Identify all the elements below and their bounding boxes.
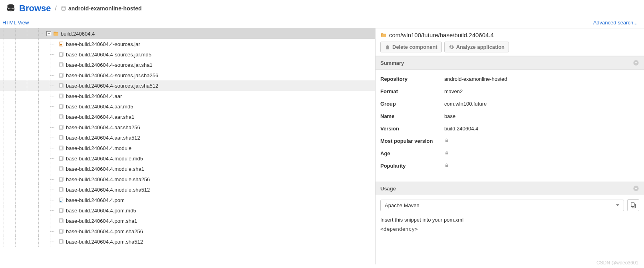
summary-label: Format (380, 88, 444, 94)
svg-rect-55 (60, 219, 63, 222)
tree-file-label: base-build.240604.4-sources.jar.sha1 (66, 62, 153, 68)
summary-row: Age (376, 147, 644, 160)
usage-hint: Insert this snippet into your pom.xml (380, 217, 639, 223)
file-icon (58, 124, 64, 130)
summary-value: maven2 (444, 88, 463, 94)
svg-rect-68 (631, 203, 634, 206)
file-icon (58, 114, 64, 120)
svg-point-48 (60, 201, 61, 202)
chevron-up-icon (633, 60, 639, 66)
tree-file-row[interactable]: base-build.240604.4-sources.jar.sha1 (0, 60, 375, 70)
summary-row: Most popular version (376, 135, 644, 147)
summary-label: Version (380, 126, 444, 132)
tree-file-row[interactable]: base-build.240604.4.module (0, 143, 375, 153)
svg-rect-22 (60, 105, 63, 108)
summary-label: Repository (380, 76, 444, 82)
tree-pane[interactable]: − build.240604.4 base-build.240604.4-sou… (0, 28, 376, 264)
usage-section-header[interactable]: Usage (376, 182, 644, 195)
svg-rect-28 (60, 126, 63, 129)
summary-section-header[interactable]: Summary (376, 56, 644, 70)
file-icon (58, 51, 64, 58)
tree-file-row[interactable]: base-build.240604.4.pom.md5 (0, 205, 375, 216)
tree-file-label: base-build.240604.4.module (66, 145, 131, 151)
html-view-link[interactable]: HTML View (2, 20, 29, 26)
page-title: Browse (19, 3, 51, 14)
svg-point-62 (633, 60, 638, 65)
svg-point-66 (633, 186, 638, 191)
analyze-application-button[interactable]: Analyze application (444, 42, 509, 52)
summary-row: Versionbuild.240604.4 (376, 122, 644, 135)
tree-file-label: base-build.240604.4.aar.sha256 (66, 124, 140, 130)
tree-file-label: base-build.240604.4.pom.sha256 (66, 228, 143, 234)
tree-file-row[interactable]: base-build.240604.4.pom.sha1 (0, 216, 375, 226)
tree-file-row[interactable]: base-build.240604.4-sources.jar.sha256 (0, 70, 375, 80)
delete-component-label: Delete component (392, 44, 437, 50)
advanced-search-link[interactable]: Advanced search... (593, 20, 638, 26)
usage-body: Apache Maven Insert this snippet into yo… (376, 195, 644, 236)
detail-path-header: com/wln100/future/base/build.240604.4 (376, 28, 644, 42)
svg-rect-52 (60, 209, 63, 212)
breadcrumb-repo-label: android-examonline-hosted (68, 5, 142, 12)
tree-file-row[interactable]: base-build.240604.4.aar (0, 91, 375, 101)
detail-pane: com/wln100/future/base/build.240604.4 De… (376, 28, 644, 264)
tree-file-row[interactable]: base-build.240604.4-sources.jar (0, 39, 375, 49)
tree-file-row[interactable]: base-build.240604.4.pom.sha256 (0, 226, 375, 236)
svg-rect-34 (60, 146, 63, 150)
tree-file-label: base-build.240604.4.aar.md5 (66, 104, 133, 110)
breadcrumb-repo[interactable]: android-examonline-hosted (61, 5, 142, 12)
tree-folder-row[interactable]: − build.240604.4 (0, 28, 375, 39)
summary-label: Group (380, 101, 444, 107)
svg-rect-7 (60, 53, 63, 56)
summary-title: Summary (380, 60, 404, 66)
tree-file-row[interactable]: base-build.240604.4.aar.sha512 (0, 132, 375, 143)
summary-value: com.wln100.future (444, 101, 487, 107)
tree-file-row[interactable]: base-build.240604.4-sources.jar.md5 (0, 49, 375, 60)
usage-snippet: <dependency> (380, 226, 639, 232)
tree-file-row[interactable]: base-build.240604.4.pom.sha512 (0, 236, 375, 247)
tree-file-row[interactable]: base-build.240604.4-sources.jar.sha512 (0, 80, 375, 91)
svg-rect-43 (60, 178, 63, 181)
summary-row: Groupcom.wln100.future (376, 98, 644, 110)
chevron-up-icon (633, 185, 639, 192)
tree-file-row[interactable]: base-build.240604.4.aar.sha1 (0, 112, 375, 122)
tree-file-row[interactable]: base-build.240604.4.pom (0, 195, 375, 205)
delete-component-button[interactable]: Delete component (380, 42, 442, 52)
tree-file-row[interactable]: base-build.240604.4.aar.md5 (0, 101, 375, 112)
summary-label: Name (380, 113, 444, 119)
summary-value: base (444, 113, 455, 119)
collapse-icon[interactable]: − (46, 31, 51, 36)
tree-file-row[interactable]: base-build.240604.4.module.sha256 (0, 174, 375, 184)
tree-file-row[interactable]: base-build.240604.4.module.md5 (0, 153, 375, 164)
svg-rect-19 (60, 94, 63, 98)
content: − build.240604.4 base-build.240604.4-sou… (0, 28, 644, 264)
usage-format-value: Apache Maven (385, 202, 419, 208)
tree-file-row[interactable]: base-build.240604.4.module.sha512 (0, 184, 375, 195)
file-icon (58, 41, 64, 47)
file-icon (58, 238, 64, 245)
svg-rect-10 (60, 63, 63, 66)
tree-folder-label: build.240604.4 (61, 31, 95, 37)
file-icon (58, 72, 64, 78)
summary-row: Popularity (376, 160, 644, 172)
svg-rect-64 (445, 153, 448, 155)
copy-snippet-button[interactable] (627, 199, 639, 211)
page-header: Browse / android-examonline-hosted (0, 0, 644, 17)
svg-rect-58 (60, 230, 63, 233)
tree-file-row[interactable]: base-build.240604.4.aar.sha256 (0, 122, 375, 132)
tree-file-label: base-build.240604.4.module.sha256 (66, 176, 150, 182)
svg-point-2 (62, 6, 65, 8)
file-icon (58, 186, 64, 193)
file-icon (58, 103, 64, 110)
tree-file-label: base-build.240604.4.aar (66, 93, 122, 99)
svg-rect-16 (60, 84, 63, 87)
tree-file-label: base-build.240604.4.module.md5 (66, 156, 143, 162)
file-icon (58, 228, 64, 234)
toolbar: HTML View Advanced search... (0, 17, 644, 28)
tree-file-row[interactable]: base-build.240604.4.module.sha1 (0, 164, 375, 174)
folder-open-icon (53, 30, 59, 37)
tree-file-label: base-build.240604.4.module.sha512 (66, 187, 150, 193)
usage-format-select[interactable]: Apache Maven (380, 200, 624, 211)
svg-rect-31 (60, 136, 63, 139)
lock-icon (444, 138, 449, 144)
file-icon (58, 145, 64, 151)
